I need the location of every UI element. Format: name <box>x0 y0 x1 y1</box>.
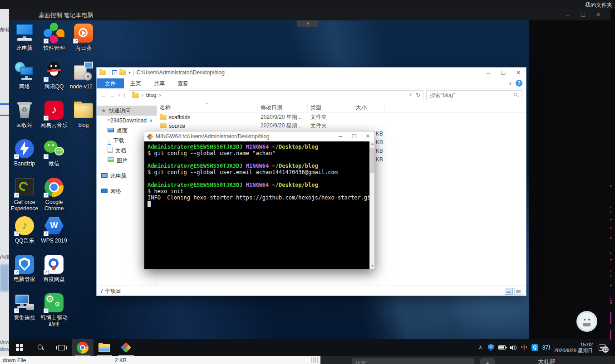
desktop-icon-recycle-bin[interactable]: ♻回收站 <box>10 100 39 128</box>
folder-icon <box>119 70 126 75</box>
task-view-icon <box>58 345 65 350</box>
taskbar-search-button[interactable] <box>30 339 51 356</box>
desktop-icon-qq[interactable]: ↗腾讯QQ <box>39 61 69 90</box>
close-button[interactable]: × <box>361 131 374 141</box>
column-header-修改日期[interactable]: 修改日期 <box>258 104 308 111</box>
desktop-icon-folder[interactable]: blog <box>69 100 98 128</box>
file-row[interactable]: scaffolds2020/9/20 星期...文件夹 <box>157 113 526 121</box>
remote-assist-floating-ball[interactable] <box>576 311 597 332</box>
host-left-divider <box>0 103 9 105</box>
ime-indicator[interactable]: 中 <box>521 344 527 352</box>
forward-button[interactable]: → <box>109 92 115 99</box>
desktop-icon-software-manager[interactable]: ↗软件管理 <box>39 23 69 51</box>
desktop-icon-this-pc[interactable]: 此电脑 <box>10 23 39 51</box>
ribbon-tab-共享[interactable]: 共享 <box>148 78 171 89</box>
git-bash-terminal-window[interactable]: MINGW64:/c/Users/Administrator/Desktop/b… <box>144 131 375 269</box>
geforce-icon: ↗ <box>14 177 35 198</box>
network-signal-icon[interactable]: 37) <box>542 345 550 351</box>
column-header-row[interactable]: ^ 名称修改日期类型大小 <box>157 102 526 113</box>
close-button[interactable]: × <box>512 68 525 78</box>
notification-center-button[interactable]: 13 <box>599 345 606 351</box>
file-row[interactable]: source2020/9/20 星期...文件夹 <box>157 121 526 130</box>
desktop-icon-netease-music[interactable]: ♪↗网易云音乐 <box>39 100 69 128</box>
volume-icon[interactable]: )) <box>510 345 517 350</box>
desktop-icon-driver-assistant[interactable]: ⚙⚙↗韩博士驱动助理 <box>39 292 69 327</box>
remote-window-titlebar[interactable]: 桌面控制 笔记本电脑 – □ × <box>9 9 610 20</box>
desktop-icon-geforce[interactable]: ↗GeForce Experience <box>10 177 39 212</box>
host-scrollbar-grip[interactable] <box>311 357 319 363</box>
column-header-类型[interactable]: 类型 <box>308 104 353 111</box>
qat-dropdown-icon[interactable]: ▾ <box>128 70 131 75</box>
sidebar-item-2345Download[interactable]: 2345Download➤ <box>97 116 157 126</box>
desktop-icon-label: 向日葵 <box>69 45 98 51</box>
start-button[interactable] <box>9 339 30 356</box>
refresh-icon[interactable]: ↻ <box>416 92 420 98</box>
qq-tray-icon[interactable]: Q <box>531 344 538 351</box>
desktop-icon-bandizip[interactable]: ↗Bandizip <box>10 138 39 167</box>
shortcut-arrow-icon: ↗ <box>73 39 78 44</box>
up-button[interactable]: ↑ <box>123 92 127 99</box>
minimize-button[interactable]: – <box>334 131 347 141</box>
file-date: 2020/9/20 星期... <box>258 113 308 121</box>
ribbon-expand-icon[interactable]: ∨ <box>509 81 512 86</box>
maximize-button[interactable]: □ <box>347 131 361 141</box>
system-tray: ∧ ✓ )) 中 Q 37) 15:02 2020/9/20 星期日 13 <box>477 339 610 356</box>
maximize-button[interactable]: □ <box>576 9 590 20</box>
breadcrumb-folder[interactable]: blog <box>146 92 157 98</box>
desktop-icon-wps[interactable]: W↗WPS 2019 <box>39 215 69 244</box>
list-view-button[interactable] <box>505 288 513 295</box>
desktop-icon-qq-music[interactable]: ♪↗QQ音乐 <box>10 215 39 244</box>
shortcut-arrow-icon: ↗ <box>14 154 19 159</box>
explorer-search-box[interactable] <box>426 90 522 100</box>
ribbon-tab-主页[interactable]: 主页 <box>124 78 148 89</box>
maximize-button[interactable]: □ <box>497 68 510 78</box>
battery-icon[interactable] <box>498 345 506 349</box>
minimize-button[interactable]: – <box>481 68 495 78</box>
desktop-icon-network[interactable]: 网络 <box>10 61 39 90</box>
column-header-大小[interactable]: 大小 <box>353 104 385 111</box>
toolbar-collapse-tab[interactable]: ∨ <box>297 20 318 27</box>
desktop-icon-baidu-pan[interactable]: ↗百度网盘 <box>39 254 69 282</box>
task-view-button[interactable] <box>51 339 72 356</box>
address-dropdown-icon[interactable]: ∨ <box>409 92 412 98</box>
thumbnail-view-button[interactable] <box>514 288 522 295</box>
scroll-up-icon[interactable]: ▲ <box>370 141 375 147</box>
ribbon-tab-文件[interactable]: 文件 <box>97 78 124 89</box>
tray-expand-icon[interactable]: ∧ <box>477 345 484 350</box>
host-search-input[interactable] <box>352 358 474 364</box>
taskbar-git-button[interactable] <box>115 339 137 356</box>
terminal-scrollbar[interactable]: ▲ ▼ <box>369 141 374 269</box>
address-breadcrumb[interactable]: › blog › ∨ ↻ <box>129 90 423 100</box>
desktop-icon-label: 回收站 <box>10 122 39 128</box>
back-button[interactable]: ← <box>100 92 106 99</box>
minimize-button[interactable]: – <box>561 9 575 20</box>
desktop-icon-pc-manager[interactable]: ↗电脑管家 <box>10 254 39 282</box>
terminal-titlebar[interactable]: MINGW64:/c/Users/Administrator/Desktop/b… <box>144 131 374 141</box>
close-button[interactable]: × <box>591 9 605 20</box>
explorer-titlebar[interactable]: | ✓ ▾ | C:\Users\Administrator\Desktop\b… <box>97 68 526 78</box>
sidebar-item-label: 2345Download <box>110 117 147 124</box>
sidebar-item-快速访问[interactable]: ★快速访问 <box>97 106 157 116</box>
chrome-icon <box>77 342 89 354</box>
scroll-thumb[interactable] <box>370 148 374 173</box>
sidebar-item-label: 文档 <box>115 147 126 155</box>
scroll-down-icon[interactable]: ▼ <box>370 263 375 269</box>
desktop-icon-chrome[interactable]: ↗Google Chrome <box>39 177 69 212</box>
desktop-icon-broadband[interactable]: ↗宽带连接 <box>10 292 39 321</box>
host-add-button[interactable]: + <box>480 358 495 364</box>
pictures-icon <box>108 157 114 164</box>
history-dropdown-icon[interactable]: ∨ <box>118 93 121 97</box>
search-input[interactable] <box>430 92 513 98</box>
desktop-icon-label: blog <box>69 122 98 128</box>
checkbox-toolbar-icon[interactable]: ✓ <box>112 70 117 75</box>
desktop-icon-wechat[interactable]: ↗微信 <box>39 138 69 167</box>
pc-manager-tray-icon[interactable]: ✓ <box>488 344 494 351</box>
taskbar-chrome-button[interactable] <box>72 339 93 356</box>
taskbar-clock[interactable]: 15:02 2020/9/20 星期日 <box>554 342 593 354</box>
desktop-icon-sunflower[interactable]: ↗向日葵 <box>69 23 98 51</box>
taskbar-explorer-button[interactable] <box>93 339 115 356</box>
ribbon-tab-查看[interactable]: 查看 <box>171 78 195 89</box>
help-icon[interactable]: ? <box>516 80 522 87</box>
desktop-icon-node-installer[interactable]: node-v12... <box>69 61 98 90</box>
host-left-strip: 邮箱内疫dowdow <box>0 9 9 356</box>
